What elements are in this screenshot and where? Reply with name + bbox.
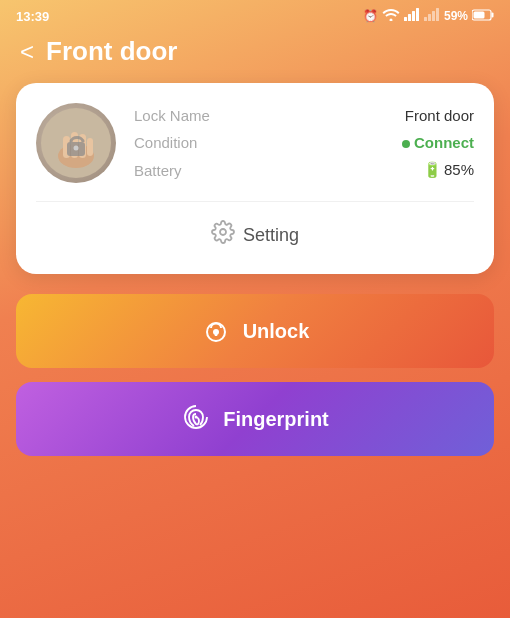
signal2-icon [424, 8, 440, 24]
fingerprint-label: Fingerprint [223, 408, 329, 431]
svg-rect-8 [436, 8, 439, 21]
svg-rect-1 [404, 17, 407, 21]
svg-rect-17 [87, 138, 93, 156]
page-title: Front door [46, 36, 177, 67]
svg-rect-11 [474, 11, 485, 18]
svg-rect-3 [412, 11, 415, 21]
setting-row[interactable]: Setting [36, 202, 474, 254]
main-card: Lock Name Front door Condition Connect B… [16, 83, 494, 274]
svg-point-20 [220, 229, 226, 235]
battery-percent: 59% [444, 9, 468, 23]
condition-value: Connect [402, 134, 474, 151]
lock-name-value: Front door [405, 107, 474, 124]
back-button[interactable]: < [20, 40, 34, 64]
unlock-label: Unlock [243, 320, 310, 343]
condition-row: Condition Connect [134, 134, 474, 151]
battery-row: Battery 🔋85% [134, 161, 474, 179]
svg-rect-5 [424, 17, 427, 21]
fingerprint-button[interactable]: Fingerprint [16, 382, 494, 456]
svg-point-0 [389, 19, 392, 22]
action-buttons: Unlock Fingerprint [16, 294, 494, 456]
status-bar: 13:39 ⏰ [0, 0, 510, 28]
time: 13:39 [16, 9, 49, 24]
svg-rect-10 [492, 12, 494, 17]
alarm-icon: ⏰ [363, 9, 378, 23]
lock-details: Lock Name Front door Condition Connect B… [134, 107, 474, 179]
svg-rect-6 [428, 14, 431, 21]
lock-info: Lock Name Front door Condition Connect B… [36, 103, 474, 202]
wifi-icon [382, 8, 400, 24]
svg-point-19 [74, 146, 79, 151]
gear-icon [211, 220, 235, 250]
setting-label: Setting [243, 225, 299, 246]
battery-label: Battery [134, 162, 182, 179]
svg-rect-4 [416, 8, 419, 21]
svg-rect-7 [432, 11, 435, 21]
condition-label: Condition [134, 134, 197, 151]
lock-name-row: Lock Name Front door [134, 107, 474, 124]
unlock-icon [201, 314, 231, 348]
connect-dot [402, 140, 410, 148]
battery-icon [472, 9, 494, 24]
signal-icon [404, 8, 420, 24]
svg-rect-2 [408, 14, 411, 21]
fingerprint-icon [181, 402, 211, 436]
header: < Front door [0, 28, 510, 83]
status-right: ⏰ 59% [363, 8, 494, 24]
unlock-button[interactable]: Unlock [16, 294, 494, 368]
svg-point-24 [195, 416, 198, 419]
lock-name-label: Lock Name [134, 107, 210, 124]
battery-value: 🔋85% [423, 161, 474, 179]
lock-avatar [36, 103, 116, 183]
battery-small-icon: 🔋 [423, 161, 442, 179]
